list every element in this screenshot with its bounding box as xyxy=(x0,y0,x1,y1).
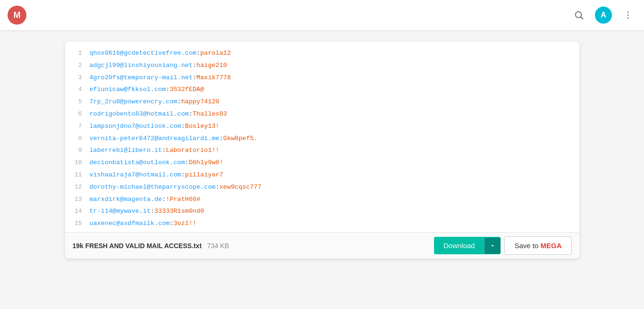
line-number: 8 xyxy=(69,134,82,144)
line-password: 3ozl!! xyxy=(174,218,197,229)
file-card: 1qhox0616@gcdetectivefree.com:parola122a… xyxy=(65,42,579,259)
line-separator: : xyxy=(216,182,219,192)
line-email: dorothy-michael@theparryscope.com xyxy=(90,182,216,192)
save-to-mega-button[interactable]: Save to MEGA xyxy=(504,236,571,255)
table-row: 12dorothy-michael@theparryscope.com:xew9… xyxy=(65,181,579,193)
table-row: 6rodrigobento83@hotmail.com:Thalles83 xyxy=(65,108,579,120)
main-content: 1qhox0616@gcdetectivefree.com:parola122a… xyxy=(0,30,644,309)
line-email: adgcjl99@linshiyouxiang.net xyxy=(90,60,193,71)
topnav: M A xyxy=(0,0,644,30)
line-email: vishaalraja7@hotmail.com xyxy=(90,170,181,180)
line-number: 7 xyxy=(69,122,82,132)
line-password: Thalles83 xyxy=(192,109,227,119)
line-separator: : xyxy=(162,145,166,156)
line-email: efiunicaw@fkksol.com xyxy=(90,84,166,95)
line-password: 3532fEDA@ xyxy=(170,84,204,95)
nav-right: A xyxy=(570,7,636,24)
download-label[interactable]: Download xyxy=(434,237,485,254)
line-number: 13 xyxy=(69,195,82,205)
line-email: vernita-peter6472@andreagilardi.me xyxy=(90,134,219,144)
line-email: qhox0616@gcdetectivefree.com xyxy=(90,48,197,58)
line-separator: : xyxy=(185,158,189,168)
line-number: 15 xyxy=(69,219,82,229)
action-buttons: Download Save to MEGA xyxy=(434,236,572,255)
line-number: 5 xyxy=(69,97,82,107)
line-number: 10 xyxy=(69,158,82,168)
line-password: happy74120 xyxy=(181,97,219,107)
line-separator: : xyxy=(181,170,185,180)
line-separator: : xyxy=(196,48,200,58)
line-separator: : xyxy=(162,194,166,205)
line-email: uaxenec@asdfmailk.com xyxy=(90,218,170,229)
svg-point-3 xyxy=(627,15,629,16)
save-to-mega-brand: MEGA xyxy=(541,242,562,250)
line-password: haige210 xyxy=(196,60,227,71)
line-password: pillaiyar7 xyxy=(185,170,223,180)
more-menu-icon[interactable] xyxy=(619,7,636,24)
line-email: marxdirk@magenta.de xyxy=(90,194,162,205)
download-arrow-icon[interactable] xyxy=(484,238,501,254)
table-row: 15uaxenec@asdfmailk.com:3ozl!! xyxy=(65,217,579,230)
file-name: 19k FRESH AND VALID MAIL ACCESS.txt xyxy=(73,242,202,250)
line-email: laberrebi@libero.it xyxy=(90,145,162,156)
avatar-button[interactable]: A xyxy=(595,7,612,24)
line-number: 6 xyxy=(69,109,82,119)
line-password: parola12 xyxy=(200,48,231,58)
line-email: tr-i14@mywave.it xyxy=(90,206,151,217)
line-number: 2 xyxy=(69,61,82,71)
line-number: 14 xyxy=(69,207,82,217)
line-email: 7rp_2ru0@powerencry.com xyxy=(90,97,177,107)
mega-logo[interactable]: M xyxy=(8,6,26,25)
table-row: 10decionbatista@outlook.com:D8h1y9w8! xyxy=(65,157,579,169)
file-size: 734 KB xyxy=(207,242,229,250)
line-password: Maxik7778 xyxy=(196,73,231,83)
line-password: Gkw8pef5. xyxy=(223,134,258,144)
line-password: Laboratorio1!! xyxy=(166,145,219,156)
bottom-bar: 19k FRESH AND VALID MAIL ACCESS.txt 734 … xyxy=(65,232,579,259)
file-info: 19k FRESH AND VALID MAIL ACCESS.txt 734 … xyxy=(73,242,229,250)
line-password: !PratH66# xyxy=(166,194,201,205)
line-email: lampsonjdno7@outlook.com xyxy=(90,121,181,132)
table-row: 4efiunicaw@fkksol.com:3532fEDA@ xyxy=(65,84,579,96)
line-email: rodrigobento83@hotmail.com xyxy=(90,109,189,119)
table-row: 57rp_2ru0@powerencry.com:happy74120 xyxy=(65,96,579,108)
table-row: 13marxdirk@magenta.de:!PratH66# xyxy=(65,193,579,206)
table-row: 1qhox0616@gcdetectivefree.com:parola12 xyxy=(65,47,579,59)
svg-line-1 xyxy=(581,17,583,19)
line-separator: : xyxy=(189,109,192,119)
line-separator: : xyxy=(170,218,174,229)
svg-point-0 xyxy=(576,12,582,18)
line-separator: : xyxy=(192,60,196,71)
table-row: 11vishaalraja7@hotmail.com:pillaiyar7 xyxy=(65,169,579,181)
table-row: 34gro20fs@temporary-mail.net:Maxik7778 xyxy=(65,72,579,84)
line-number: 11 xyxy=(69,170,82,180)
line-email: 4gro20fs@temporary-mail.net xyxy=(90,73,193,83)
line-number: 4 xyxy=(69,85,82,95)
line-separator: : xyxy=(219,134,223,144)
line-password: 33333R1sm0nd0 xyxy=(154,206,204,217)
line-password: Bosley13! xyxy=(185,121,219,132)
search-icon-button[interactable] xyxy=(570,7,587,24)
line-separator: : xyxy=(181,121,185,132)
table-row: 7lampsonjdno7@outlook.com:Bosley13! xyxy=(65,120,579,133)
code-area[interactable]: 1qhox0616@gcdetectivefree.com:parola122a… xyxy=(65,42,579,232)
nav-left: M xyxy=(8,6,26,25)
save-to-mega-prefix: Save to xyxy=(514,242,540,250)
table-row: 9laberrebi@libero.it:Laboratorio1!! xyxy=(65,144,579,157)
line-password: xew9cqsc777 xyxy=(219,182,261,192)
line-number: 9 xyxy=(69,146,82,156)
svg-point-4 xyxy=(627,17,629,19)
line-number: 12 xyxy=(69,183,82,192)
line-separator: : xyxy=(192,73,196,83)
line-separator: : xyxy=(151,206,154,217)
line-separator: : xyxy=(166,84,170,95)
line-separator: : xyxy=(177,97,181,107)
line-email: decionbatista@outlook.com xyxy=(90,158,185,168)
table-row: 2adgcjl99@linshiyouxiang.net:haige210 xyxy=(65,59,579,72)
table-row: 14tr-i14@mywave.it:33333R1sm0nd0 xyxy=(65,205,579,217)
svg-point-2 xyxy=(627,11,629,13)
table-row: 8vernita-peter6472@andreagilardi.me:Gkw8… xyxy=(65,133,579,145)
line-password: D8h1y9w8! xyxy=(189,158,223,168)
line-number: 1 xyxy=(69,49,82,58)
download-button[interactable]: Download xyxy=(434,237,501,254)
